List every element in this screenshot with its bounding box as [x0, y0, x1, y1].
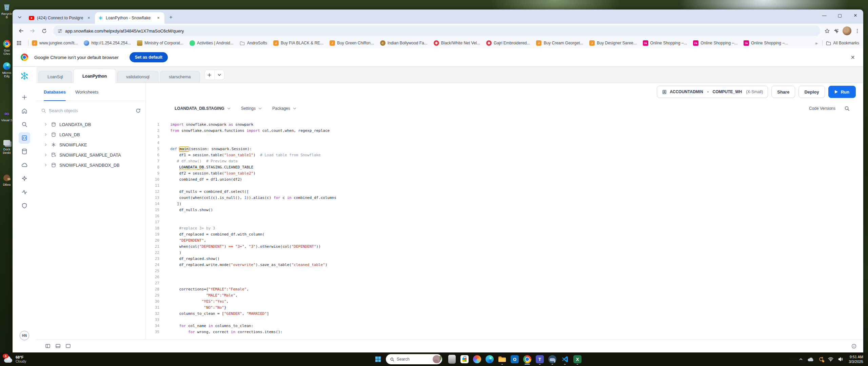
- taskbar-app-chrome[interactable]: [522, 354, 532, 364]
- taskbar-app-pgadmin[interactable]: [547, 354, 557, 364]
- rail-cloud-icon[interactable]: [19, 159, 30, 171]
- tray-wifi-icon[interactable]: [828, 357, 834, 362]
- bookmark-item[interactable]: FAOnline Shopping –...: [744, 40, 788, 46]
- taskbar-search-input[interactable]: Search: [386, 354, 442, 364]
- back-button[interactable]: [16, 26, 26, 36]
- bookmark-item[interactable]: Jwww.junglee.com/It...: [32, 40, 78, 46]
- code-editor[interactable]: 1import snowflake.snowpark as snowpark2f…: [146, 116, 863, 339]
- database-item-snowflake_sample_data[interactable]: SNOWFLAKE_SAMPLE_DATA: [36, 150, 145, 160]
- reload-button[interactable]: [39, 26, 49, 36]
- rail-worksheets-icon[interactable]: [19, 132, 30, 144]
- taskbar-clock[interactable]: 9:51 AM 3/3/2025: [849, 354, 863, 364]
- browser-menu-icon[interactable]: [855, 28, 860, 34]
- deploy-button[interactable]: Deploy: [798, 86, 825, 98]
- rail-ai-icon[interactable]: [19, 173, 30, 184]
- database-item-snowflake_sandbox_db[interactable]: SNOWFLAKE_SANDBOX_DB: [36, 160, 145, 170]
- search-objects-input[interactable]: Search objects: [41, 104, 141, 117]
- desktop-icon-chrome[interactable]: Goo Chro: [1, 39, 13, 56]
- bookmark-item[interactable]: CIndian Bollywood Fa...: [380, 40, 428, 46]
- layout-split-left-icon[interactable]: [45, 343, 51, 349]
- schema-selector[interactable]: LOANDATA_DB.STAGING: [175, 106, 231, 111]
- rail-admin-icon[interactable]: [19, 200, 30, 211]
- bookmark-star-icon[interactable]: [824, 28, 830, 34]
- desktop-icon-dbeaver[interactable]: DBea: [1, 174, 13, 186]
- bookmarks-overflow-icon[interactable]: »: [815, 41, 817, 46]
- browser-tab-active[interactable]: LoanPython - Snowflake×: [95, 12, 164, 24]
- panel-tab-worksheets[interactable]: Worksheets: [75, 83, 98, 101]
- desktop-icon-docker[interactable]: Dock Deskt: [1, 138, 13, 155]
- taskbar-app-outlook[interactable]: O: [510, 354, 520, 364]
- tray-onedrive-icon[interactable]: [807, 357, 814, 362]
- worksheet-tab-loanpython[interactable]: LoanPython: [73, 69, 116, 83]
- new-tab-button[interactable]: +: [166, 13, 175, 22]
- desktop-icon-edge[interactable]: Micros Edg: [1, 62, 13, 78]
- tray-volume-icon[interactable]: [838, 357, 843, 362]
- database-item-loandata_db[interactable]: LOANDATA_DB: [36, 119, 145, 129]
- user-avatar[interactable]: HN: [20, 331, 29, 340]
- tab-search-icon[interactable]: [15, 13, 24, 22]
- layout-split-bottom-icon[interactable]: [55, 343, 61, 349]
- share-button[interactable]: Share: [771, 86, 795, 98]
- weather-widget[interactable]: 3 68°F Cloudy: [0, 355, 62, 363]
- rail-plus-icon[interactable]: [19, 92, 30, 103]
- site-settings-icon[interactable]: [57, 28, 62, 34]
- extensions-puzzle-icon[interactable]: [833, 28, 839, 34]
- browser-tab-inactive[interactable]: (424) Connect to PostgreSQL fr×: [25, 12, 95, 24]
- bookmark-item[interactable]: AndroSofts: [240, 40, 267, 46]
- all-bookmarks-button[interactable]: All Bookmarks: [826, 41, 859, 45]
- apps-grid-icon[interactable]: [17, 41, 21, 45]
- rail-activity-icon[interactable]: [19, 186, 30, 198]
- window-maximize-button[interactable]: ▢: [832, 9, 848, 21]
- notification-close-icon[interactable]: ✕: [851, 54, 855, 61]
- address-bar[interactable]: app.snowflake.com/helpxdy/af34845/w1X7ma…: [53, 25, 820, 36]
- rail-home-icon[interactable]: [19, 105, 30, 117]
- refresh-icon[interactable]: [136, 108, 141, 113]
- settings-dropdown[interactable]: Settings: [241, 106, 262, 111]
- taskbar-app-edge[interactable]: [485, 354, 495, 364]
- layout-full-icon[interactable]: [65, 343, 71, 349]
- profile-avatar[interactable]: [843, 26, 851, 35]
- worksheet-tab-loansql[interactable]: LoanSql: [38, 71, 72, 83]
- forward-button[interactable]: [27, 26, 38, 36]
- bookmark-item[interactable]: JBuy FIA BLACK & RE...: [273, 40, 323, 46]
- bookmark-item[interactable]: http://1.254.254.254...: [84, 40, 131, 46]
- bookmark-item[interactable]: FAOnline Shopping –...: [693, 40, 737, 46]
- set-as-default-button[interactable]: Set as default: [130, 52, 168, 62]
- database-item-loan_db[interactable]: LOAN_DB: [36, 129, 145, 140]
- taskbar-app-vscode[interactable]: [560, 354, 570, 364]
- taskbar-app-widget[interactable]: [447, 354, 457, 364]
- worksheet-tab-validationsql[interactable]: validationsql: [117, 71, 159, 83]
- rail-search-icon[interactable]: [19, 119, 30, 130]
- tab-close-icon[interactable]: ×: [156, 15, 161, 21]
- window-minimize-button[interactable]: —: [816, 9, 832, 21]
- bookmark-item[interactable]: Ministry of Corporat...: [137, 40, 183, 46]
- bookmark-item[interactable]: Activities | Android...: [190, 40, 234, 46]
- editor-search-icon[interactable]: [844, 106, 850, 111]
- panel-tab-databases[interactable]: Databases: [44, 83, 66, 101]
- taskbar-app-teams[interactable]: T: [535, 354, 545, 364]
- taskbar-app-copilot[interactable]: [472, 354, 482, 364]
- tab-close-icon[interactable]: ×: [86, 15, 92, 21]
- info-icon[interactable]: [851, 344, 856, 349]
- worksheet-tab-starschema[interactable]: starschema: [160, 71, 200, 83]
- desktop-icon-vstudio[interactable]: ∞Visual S: [1, 109, 13, 122]
- bookmark-item[interactable]: Gajri Embroidered...: [486, 40, 530, 46]
- snowflake-logo[interactable]: [20, 72, 29, 80]
- bookmark-item[interactable]: FAOnline Shopping –...: [643, 40, 687, 46]
- taskbar-app-store[interactable]: [459, 354, 470, 364]
- taskbar-app-explorer[interactable]: [497, 354, 507, 364]
- bookmark-item[interactable]: Black/White Net Vel...: [434, 40, 480, 46]
- taskbar-app-excel[interactable]: X: [572, 354, 583, 364]
- bookmark-item[interactable]: JBuy Cream Georget...: [536, 40, 583, 46]
- tray-sync-icon[interactable]: [818, 357, 824, 362]
- rail-data-icon[interactable]: [19, 146, 30, 157]
- worksheet-list-dropdown-icon[interactable]: [214, 70, 224, 80]
- run-button[interactable]: Run: [828, 86, 856, 98]
- start-button[interactable]: [373, 354, 383, 364]
- bookmark-item[interactable]: JBuy Designer Saree...: [589, 40, 636, 46]
- new-worksheet-button[interactable]: [205, 70, 214, 80]
- database-item-snowflake[interactable]: SNOWFLAKE: [36, 140, 145, 150]
- bookmark-item[interactable]: JBuy Green Chiffon...: [330, 40, 374, 46]
- code-versions-button[interactable]: Code Versions: [809, 106, 835, 111]
- window-close-button[interactable]: ✕: [848, 9, 863, 21]
